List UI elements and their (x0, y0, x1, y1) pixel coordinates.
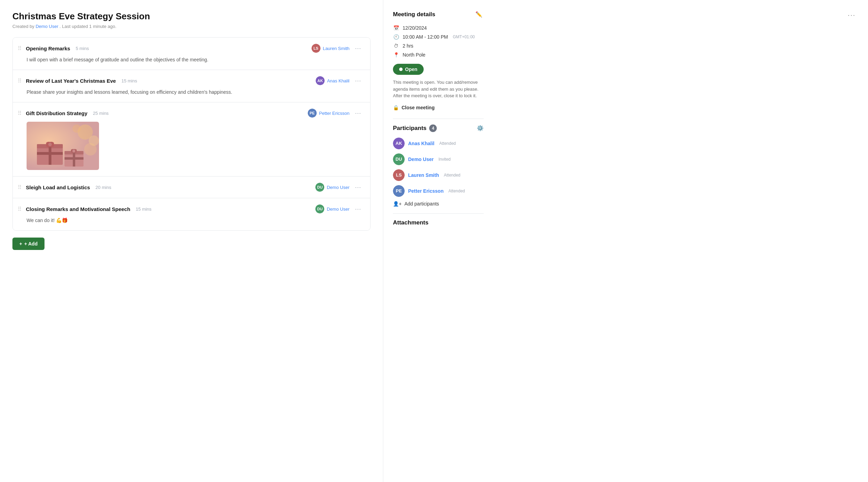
meeting-duration: 2 hrs (403, 43, 413, 49)
agenda-item-4: ⠿ Sleigh Load and Logistics 20 mins DU D… (13, 177, 370, 198)
participant-item-1: AK Anas Khalil Attended (393, 138, 484, 149)
add-participants-icon: 👤+ (393, 201, 402, 207)
meeting-status-label: Open (405, 67, 417, 72)
add-agenda-item-button[interactable]: + + Add (12, 238, 45, 250)
agenda-item-title-1: Opening Remarks (26, 46, 70, 51)
assignee-link-4[interactable]: DU Demo User (315, 183, 349, 192)
add-icon: + (19, 241, 22, 247)
agenda-item-title-5: Closing Remarks and Motivational Speech (26, 206, 130, 212)
svg-point-3 (72, 124, 81, 133)
edit-meeting-details-button[interactable]: ✏️ (474, 10, 484, 19)
divider-1 (393, 119, 484, 119)
assignee-link-3[interactable]: PE Petter Ericsson (308, 109, 349, 118)
participants-count-badge: 4 (429, 124, 437, 132)
participants-label: Participants (393, 125, 426, 132)
assignee-name-2: Anas Khalil (327, 78, 349, 83)
item-more-btn-3[interactable]: ··· (353, 109, 363, 118)
assignee-name-3: Petter Ericsson (319, 111, 349, 116)
item-more-btn-2[interactable]: ··· (353, 77, 363, 85)
agenda-item-duration-5: 15 mins (136, 207, 152, 212)
lock-icon: 🔒 (393, 105, 399, 110)
agenda-image-3 (27, 122, 99, 170)
status-dot (399, 68, 403, 71)
item-more-btn-1[interactable]: ··· (353, 44, 363, 53)
participant-status-3: Attended (444, 173, 460, 178)
participant-item-3: LS Lauren Smith Attended (393, 169, 484, 181)
agenda-item-5: ⠿ Closing Remarks and Motivational Speec… (13, 198, 370, 230)
meeting-status-badge: Open (393, 64, 424, 75)
meeting-open-description: This meeting is open. You can add/remove… (393, 79, 484, 99)
participant-name-1[interactable]: Anas Khalil (408, 141, 434, 146)
agenda-item-body-2: Please share your insights and lessons l… (27, 89, 363, 96)
sidebar: Meeting details ✏️ 📅 12/20/2024 🕙 10:00 … (383, 0, 493, 482)
assignee-avatar-2: AK (316, 76, 325, 85)
meeting-duration-row: ⏱ 2 hrs (393, 43, 484, 49)
assignee-name-5: Demo User (327, 207, 349, 212)
agenda-item-1: ⠿ Opening Remarks 5 mins LS Lauren Smith… (13, 38, 370, 70)
close-meeting-label: Close meeting (402, 105, 435, 110)
subtitle-suffix: . Last updated 1 minute ago. (60, 24, 117, 29)
agenda-item-3: ⠿ Gift Distribution Strategy 25 mins PE … (13, 102, 370, 177)
agenda-item-title-4: Sleigh Load and Logistics (26, 184, 90, 190)
meeting-time: 10:00 AM - 12:00 PM (403, 34, 448, 40)
calendar-icon: 📅 (393, 25, 399, 31)
participant-status-2: Invited (438, 157, 451, 162)
participant-status-4: Attended (448, 189, 465, 193)
meeting-location: North Pole (403, 52, 425, 58)
svg-rect-8 (37, 152, 63, 155)
assignee-name-4: Demo User (327, 185, 349, 190)
participant-name-4[interactable]: Petter Ericsson (408, 188, 444, 194)
agenda-item-duration-2: 15 mins (121, 78, 137, 83)
assignee-avatar-4: DU (315, 183, 324, 192)
add-button-label: + Add (24, 241, 38, 247)
participant-avatar-4: PE (393, 185, 405, 197)
participants-section-header: Participants 4 ⚙️ (393, 124, 484, 132)
agenda-item-duration-4: 20 mins (96, 185, 111, 190)
location-icon: 📍 (393, 52, 399, 58)
svg-rect-15 (65, 157, 83, 160)
assignee-link-2[interactable]: AK Anas Khalil (316, 76, 349, 85)
page-subtitle: Created by Demo User . Last updated 1 mi… (12, 24, 371, 29)
drag-handle-5[interactable]: ⠿ (17, 205, 22, 213)
meeting-date: 12/20/2024 (403, 25, 427, 31)
participant-avatar-3: LS (393, 169, 405, 181)
meeting-timezone: GMT+01:00 (453, 34, 475, 39)
agenda-item-title-2: Review of Last Year's Christmas Eve (26, 78, 116, 84)
participant-name-3[interactable]: Lauren Smith (408, 172, 439, 178)
assignee-avatar-5: DU (315, 204, 324, 213)
subtitle-prefix: Created by (12, 24, 34, 29)
participants-settings-button[interactable]: ⚙️ (477, 125, 484, 131)
drag-handle-2[interactable]: ⠿ (17, 77, 22, 85)
page-more-options-button[interactable]: ··· (845, 10, 858, 20)
svg-point-11 (48, 143, 52, 146)
subtitle-user-link[interactable]: Demo User (36, 24, 58, 29)
participant-status-1: Attended (439, 141, 456, 146)
drag-handle-3[interactable]: ⠿ (17, 109, 22, 117)
assignee-name-1: Lauren Smith (323, 46, 349, 51)
agenda-list: ⠿ Opening Remarks 5 mins LS Lauren Smith… (12, 37, 371, 231)
participants-title: Participants 4 (393, 124, 437, 132)
meeting-time-row: 🕙 10:00 AM - 12:00 PM GMT+01:00 (393, 34, 484, 40)
attachments-title: Attachments (393, 219, 484, 226)
participant-avatar-1: AK (393, 138, 405, 149)
participant-name-2[interactable]: Demo User (408, 157, 434, 162)
assignee-link-1[interactable]: LS Lauren Smith (312, 44, 349, 53)
assignee-avatar-1: LS (312, 44, 320, 53)
drag-handle-4[interactable]: ⠿ (17, 183, 22, 191)
drag-handle-1[interactable]: ⠿ (17, 44, 22, 52)
meeting-date-row: 📅 12/20/2024 (393, 25, 484, 31)
divider-2 (393, 213, 484, 214)
agenda-item-duration-1: 5 mins (76, 46, 89, 51)
assignee-avatar-3: PE (308, 109, 317, 118)
assignee-link-5[interactable]: DU Demo User (315, 204, 349, 213)
agenda-item-body-5: We can do it! 💪🎁 (27, 217, 363, 224)
clock-icon: 🕙 (393, 34, 399, 40)
agenda-item-2: ⠿ Review of Last Year's Christmas Eve 15… (13, 70, 370, 102)
add-participants-button[interactable]: 👤+ Add participants (393, 201, 439, 207)
item-more-btn-4[interactable]: ··· (353, 183, 363, 192)
agenda-item-title-3: Gift Distribution Strategy (26, 110, 87, 116)
close-meeting-button[interactable]: 🔒 Close meeting (393, 105, 435, 110)
item-more-btn-5[interactable]: ··· (353, 205, 363, 213)
page-title: Christmas Eve Strategy Session (12, 11, 371, 22)
timer-icon: ⏱ (393, 43, 399, 49)
